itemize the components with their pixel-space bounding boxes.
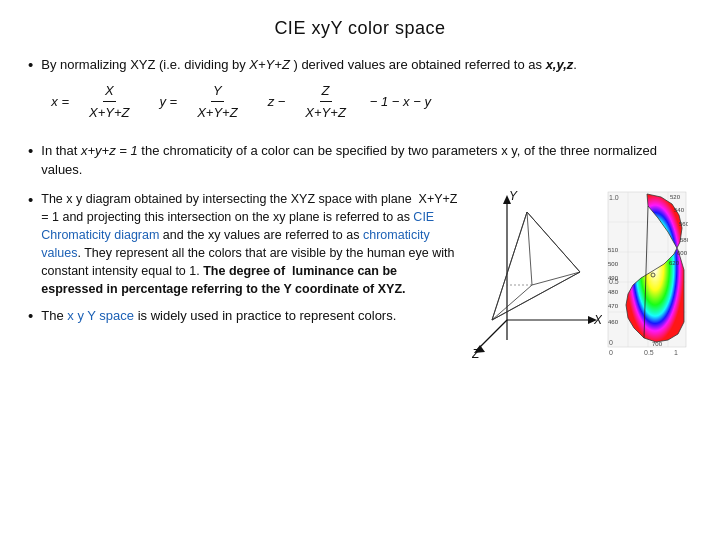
bullet-3-marker: • [28,191,33,208]
svg-text:470: 470 [608,303,619,309]
svg-line-4 [477,320,507,350]
formula-z-rest: − 1 − x − y [370,92,431,112]
formula-x-frac: X X+Y+Z [87,81,131,123]
svg-text:540: 540 [674,207,685,213]
page-title: CIE xyY color space [28,18,692,39]
diagram-area: X Y Z [472,190,692,360]
formula-row: x = X X+Y+Z y = Y X+Y+Z z − Z X+Y+Z − 1 … [41,81,692,123]
z-axis-label: Z [472,347,480,360]
bullet-2-text1: In that [41,143,81,158]
bullet-1: • By normalizing XYZ (i.e. dividing by X… [28,55,692,131]
formula-y-den: X+Y+Z [195,102,239,123]
svg-marker-6 [492,212,580,320]
svg-text:1.0: 1.0 [609,194,619,201]
bottom-section: • The x y diagram obtained by intersecti… [28,190,692,360]
svg-text:0: 0 [609,349,613,356]
bullet-3: • The x y diagram obtained by intersecti… [28,190,462,299]
bullet-1-xyz: X+Y+Z [249,57,289,72]
bullet-1-text: By normalizing XYZ (i.e. dividing by [41,57,249,72]
formula-y-frac: Y X+Y+Z [195,81,239,123]
svg-text:490: 490 [608,275,619,281]
svg-text:500: 500 [608,261,619,267]
formula-z-frac: Z X+Y+Z [303,81,347,123]
bullet-4-content: The x y Y space is widely used in practi… [41,306,462,326]
bullet-1-end: . [573,57,577,72]
bullet-4-text2: is widely used in practice to represent … [134,308,396,323]
bullet-3-line3: . They represent all the colors that are… [41,246,454,296]
svg-text:480: 480 [608,289,619,295]
bullet-2-formula: x+y+z = 1 [81,143,138,158]
svg-text:460: 460 [608,319,619,325]
bullet-4-text1: The [41,308,67,323]
bottom-text: • The x y diagram obtained by intersecti… [28,190,462,360]
bullet-4: • The x y Y space is widely used in prac… [28,306,462,326]
bullet-3-line1: The x y diagram obtained by intersecting… [41,192,457,224]
svg-text:560: 560 [679,221,688,227]
xy-svg: X Y Z [472,190,602,360]
svg-text:1: 1 [674,349,678,356]
bullet-3-content: The x y diagram obtained by intersecting… [41,190,462,299]
svg-text:600: 600 [677,250,688,256]
svg-line-7 [527,212,532,285]
bullet-4-link: x y Y space [67,308,134,323]
svg-text:620: 620 [669,260,680,266]
formula-z-eq: z − [268,92,286,112]
formula-x-den: X+Y+Z [87,102,131,123]
xy-diagram: X Y Z [472,190,602,360]
bullet-4-marker: • [28,307,33,324]
svg-text:580: 580 [680,237,688,243]
bullet-2: • In that x+y+z = 1 the chromaticity of … [28,141,692,180]
svg-text:0.5: 0.5 [644,349,654,356]
cie-svg: 1.0 0.5 0 520 540 560 580 600 620 700 46… [606,190,688,360]
formula-z-num: Z [320,81,332,103]
bullet-1-marker: • [28,56,33,73]
formula-y-num: Y [211,81,224,103]
svg-text:520: 520 [670,194,681,200]
bullet-2-marker: • [28,142,33,159]
bullet-2-content: In that x+y+z = 1 the chromaticity of a … [41,141,692,180]
bullet-3-line2: and the xy values are referred to as [159,228,363,242]
bullet-1-text2: ) derived values are obtained referred t… [290,57,546,72]
y-axis-label: Y [509,190,518,203]
cie-gamut: 1.0 0.5 0 520 540 560 580 600 620 700 46… [606,190,688,360]
svg-text:0: 0 [609,339,613,346]
bullet-1-content: By normalizing XYZ (i.e. dividing by X+Y… [41,55,692,131]
svg-text:510: 510 [608,247,619,253]
x-axis-label: X [593,313,602,327]
svg-line-8 [532,272,580,285]
formula-z-den: X+Y+Z [303,102,347,123]
svg-text:700: 700 [652,341,663,347]
formula-x-num: X [103,81,116,103]
formula-y-eq: y = [159,92,177,112]
bullet-1-xyz2: x,y,z [546,57,574,72]
formula-x-eq: x = [51,92,69,112]
svg-line-11 [527,212,580,272]
